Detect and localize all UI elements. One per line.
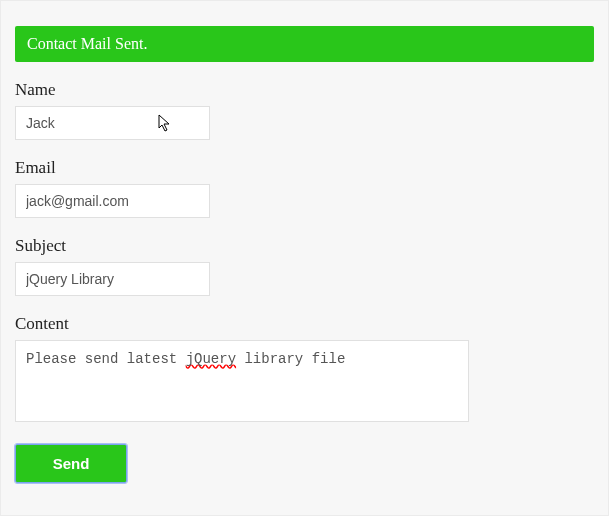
content-text-misspell: jQuery — [186, 351, 236, 367]
content-text-prefix: Please send latest — [26, 351, 186, 367]
subject-input[interactable] — [15, 262, 210, 296]
name-field-row: Name — [15, 80, 594, 140]
subject-field-row: Subject — [15, 236, 594, 296]
email-input[interactable] — [15, 184, 210, 218]
content-textarea[interactable]: Please send latest jQuery library file — [15, 340, 469, 422]
content-text-suffix: library file — [236, 351, 345, 367]
content-field-row: Content Please send latest jQuery librar… — [15, 314, 594, 422]
status-message: Contact Mail Sent. — [15, 26, 594, 62]
subject-label: Subject — [15, 236, 594, 256]
content-label: Content — [15, 314, 594, 334]
email-field-row: Email — [15, 158, 594, 218]
name-label: Name — [15, 80, 594, 100]
send-button[interactable]: Send — [15, 444, 127, 483]
name-input[interactable] — [15, 106, 210, 140]
email-label: Email — [15, 158, 594, 178]
